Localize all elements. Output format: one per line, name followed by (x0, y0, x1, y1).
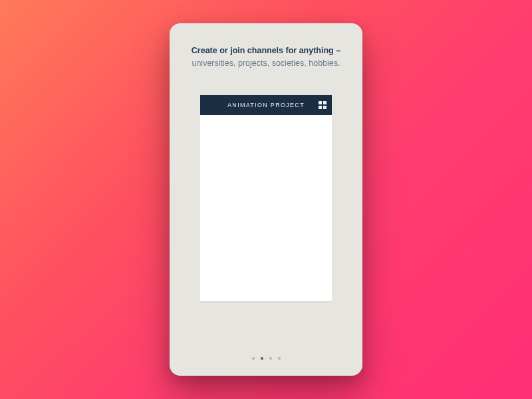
onboarding-headline: Create or join channels for anything – u… (192, 45, 340, 70)
pager-dot-1[interactable] (261, 357, 263, 360)
onboarding-card: Create or join channels for anything – u… (170, 23, 362, 376)
channel-header: ANIMATION PROJECT (200, 95, 332, 115)
headline-secondary: universities, projects, societies, hobbi… (192, 59, 340, 68)
channel-preview: ANIMATION PROJECT (200, 95, 332, 301)
headline-primary: Create or join channels for anything – (192, 46, 340, 55)
pager-dot-3[interactable] (278, 357, 281, 360)
grid-icon[interactable] (319, 101, 327, 109)
channel-title: ANIMATION PROJECT (227, 102, 305, 108)
pager-dot-0[interactable] (252, 357, 255, 360)
page-indicator[interactable] (170, 357, 362, 360)
pager-dot-2[interactable] (269, 357, 272, 360)
channel-body (200, 115, 332, 301)
